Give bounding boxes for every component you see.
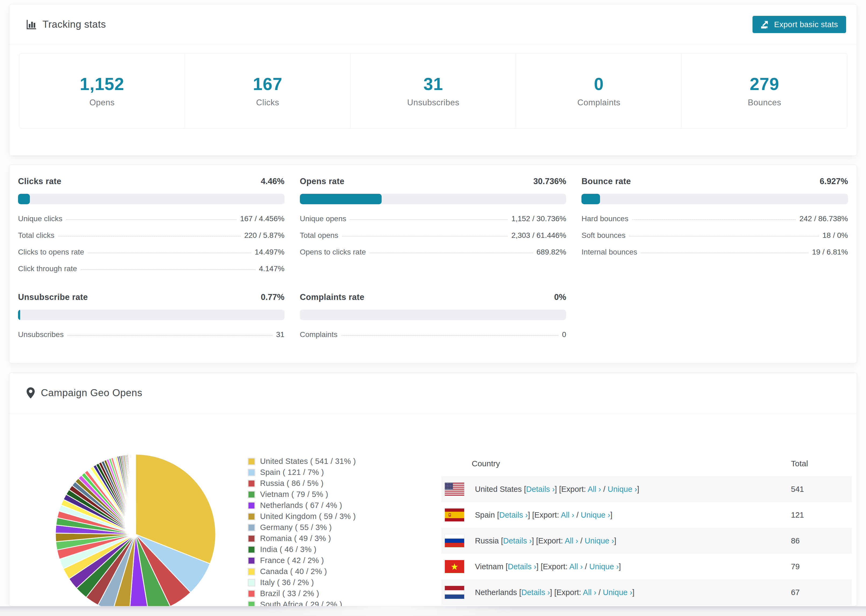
detail-value: 0 bbox=[562, 330, 567, 339]
table-row-united-states: United States [Details ›] [Export: All ›… bbox=[441, 476, 852, 502]
export-unique-link[interactable]: Unique › bbox=[608, 485, 637, 493]
detail-label: Opens to clicks rate bbox=[300, 248, 366, 256]
nl-flag-icon bbox=[445, 586, 464, 599]
dotted-leader bbox=[68, 335, 272, 336]
map-pin-icon bbox=[26, 387, 35, 399]
legend-item-netherlands[interactable]: Netherlands ( 67 / 4% ) bbox=[248, 500, 356, 511]
dotted-leader bbox=[629, 236, 819, 237]
page-title: Tracking stats bbox=[43, 19, 106, 30]
export-all-link[interactable]: All › bbox=[583, 588, 596, 597]
stat-label: Complaints bbox=[578, 98, 620, 107]
detail-value: 19 / 6.81% bbox=[812, 248, 848, 256]
legend-item-germany[interactable]: Germany ( 55 / 3% ) bbox=[248, 522, 356, 533]
rate-detail-row: Opens to clicks rate689.82% bbox=[300, 248, 567, 256]
export-unique-link[interactable]: Unique › bbox=[581, 511, 610, 519]
legend-item-brazil[interactable]: Brazil ( 33 / 2% ) bbox=[248, 588, 356, 599]
country-links-text: Spain [Details ›] [Export: All › / Uniqu… bbox=[475, 511, 612, 520]
rate-title: Clicks rate bbox=[18, 177, 61, 186]
rate-value: 30.736% bbox=[533, 177, 566, 186]
rate-block-opens-rate: Opens rate30.736%Unique opens1,152 / 30.… bbox=[300, 177, 567, 273]
legend-item-vietnam[interactable]: Vietnam ( 79 / 5% ) bbox=[248, 489, 356, 500]
rate-progress-bar bbox=[581, 194, 848, 204]
export-all-link[interactable]: All › bbox=[569, 562, 583, 571]
us-flag-icon bbox=[445, 483, 464, 496]
tracking-stats-card: Tracking stats Export basic stats 1,152O… bbox=[9, 4, 857, 156]
legend-swatch bbox=[248, 557, 255, 564]
dotted-leader bbox=[342, 236, 508, 237]
export-all-link[interactable]: All › bbox=[561, 511, 574, 519]
legend-item-united-states[interactable]: United States ( 541 / 31% ) bbox=[248, 456, 356, 467]
legend-label: Germany ( 55 / 3% ) bbox=[260, 523, 332, 532]
stat-label: Unsubscribes bbox=[407, 98, 459, 107]
rate-detail-row: Soft bounces18 / 0% bbox=[581, 231, 848, 240]
total-cell: 86 bbox=[791, 536, 852, 545]
details-link[interactable]: Details › bbox=[521, 588, 550, 597]
detail-label: Unique opens bbox=[300, 214, 346, 223]
detail-value: 14.497% bbox=[255, 248, 285, 256]
details-link[interactable]: Details › bbox=[508, 562, 536, 571]
export-all-link[interactable]: All › bbox=[565, 536, 578, 545]
rate-progress-bar bbox=[18, 310, 285, 320]
export-unique-link[interactable]: Unique › bbox=[585, 536, 614, 545]
country-cell: Russia [Details ›] [Export: All › / Uniq… bbox=[441, 534, 791, 547]
country-links-text: Russia [Details ›] [Export: All › / Uniq… bbox=[475, 536, 616, 545]
page-bottom-strip bbox=[0, 606, 866, 616]
dotted-leader bbox=[641, 253, 808, 253]
country-cell: Netherlands [Details ›] [Export: All › /… bbox=[441, 586, 791, 599]
legend-item-romania[interactable]: Romania ( 49 / 3% ) bbox=[248, 533, 356, 544]
detail-value: 220 / 5.87% bbox=[244, 231, 284, 240]
export-basic-stats-button[interactable]: Export basic stats bbox=[753, 16, 846, 33]
dotted-leader bbox=[370, 253, 533, 253]
legend-label: Netherlands ( 67 / 4% ) bbox=[260, 501, 342, 510]
stat-value: 31 bbox=[423, 74, 443, 94]
rate-value: 4.46% bbox=[261, 177, 285, 186]
details-link[interactable]: Details › bbox=[526, 485, 554, 493]
stat-label: Opens bbox=[89, 98, 115, 107]
country-links-text: Vietnam [Details ›] [Export: All › / Uni… bbox=[475, 562, 621, 571]
legend-label: United Kingdom ( 59 / 3% ) bbox=[260, 512, 356, 521]
rate-block-complaints-rate: Complaints rate0%Complaints0 bbox=[300, 292, 567, 339]
geo-header: Campaign Geo Opens bbox=[9, 373, 857, 413]
detail-value: 2,303 / 61.446% bbox=[511, 231, 566, 240]
rate-detail-row: Unique opens1,152 / 30.736% bbox=[300, 214, 567, 223]
legend-swatch bbox=[248, 491, 255, 498]
legend-label: Spain ( 121 / 7% ) bbox=[260, 468, 324, 477]
legend-label: Russia ( 86 / 5% ) bbox=[260, 479, 324, 488]
rate-detail-row: Total clicks220 / 5.87% bbox=[18, 231, 285, 240]
detail-value: 31 bbox=[276, 330, 285, 339]
table-row-vietnam: Vietnam [Details ›] [Export: All › / Uni… bbox=[441, 554, 852, 580]
legend-swatch bbox=[248, 579, 255, 586]
legend-item-france[interactable]: France ( 42 / 2% ) bbox=[248, 555, 356, 566]
geo-title: Campaign Geo Opens bbox=[41, 387, 142, 399]
details-link[interactable]: Details › bbox=[503, 536, 532, 545]
legend-swatch bbox=[248, 524, 255, 531]
export-all-link[interactable]: All › bbox=[587, 485, 601, 493]
total-cell: 121 bbox=[791, 511, 852, 520]
legend-item-italy[interactable]: Italy ( 36 / 2% ) bbox=[248, 577, 356, 588]
legend-item-russia[interactable]: Russia ( 86 / 5% ) bbox=[248, 478, 356, 489]
legend-item-canada[interactable]: Canada ( 40 / 2% ) bbox=[248, 566, 356, 577]
export-unique-link[interactable]: Unique › bbox=[589, 562, 619, 571]
rate-detail-row: Click through rate4.147% bbox=[18, 264, 285, 273]
rate-detail-row: Hard bounces242 / 86.738% bbox=[581, 214, 848, 223]
table-row-spain: Spain [Details ›] [Export: All › / Uniqu… bbox=[441, 502, 852, 528]
total-cell: 67 bbox=[791, 588, 852, 597]
export-unique-link[interactable]: Unique › bbox=[603, 588, 632, 597]
rate-value: 0.77% bbox=[261, 292, 285, 302]
legend-item-india[interactable]: India ( 46 / 3% ) bbox=[248, 544, 356, 555]
detail-label: Unique clicks bbox=[18, 214, 62, 223]
legend-item-spain[interactable]: Spain ( 121 / 7% ) bbox=[248, 467, 356, 478]
stat-value: 1,152 bbox=[80, 74, 124, 94]
rate-value: 0% bbox=[554, 292, 567, 302]
legend-item-south-africa[interactable]: South Africa ( 29 / 2% ) bbox=[248, 599, 356, 606]
detail-label: Unsubscribes bbox=[18, 330, 64, 339]
details-link[interactable]: Details › bbox=[499, 511, 527, 519]
total-cell: 79 bbox=[791, 562, 852, 571]
es-flag-icon bbox=[445, 509, 464, 522]
legend-label: South Africa ( 29 / 2% ) bbox=[260, 600, 342, 606]
pie-slice[interactable] bbox=[135, 454, 135, 534]
legend-item-united-kingdom[interactable]: United Kingdom ( 59 / 3% ) bbox=[248, 511, 356, 522]
dotted-leader bbox=[88, 253, 251, 253]
dotted-leader bbox=[632, 219, 796, 220]
rates-card: Clicks rate4.46%Unique clicks167 / 4.456… bbox=[9, 165, 857, 363]
